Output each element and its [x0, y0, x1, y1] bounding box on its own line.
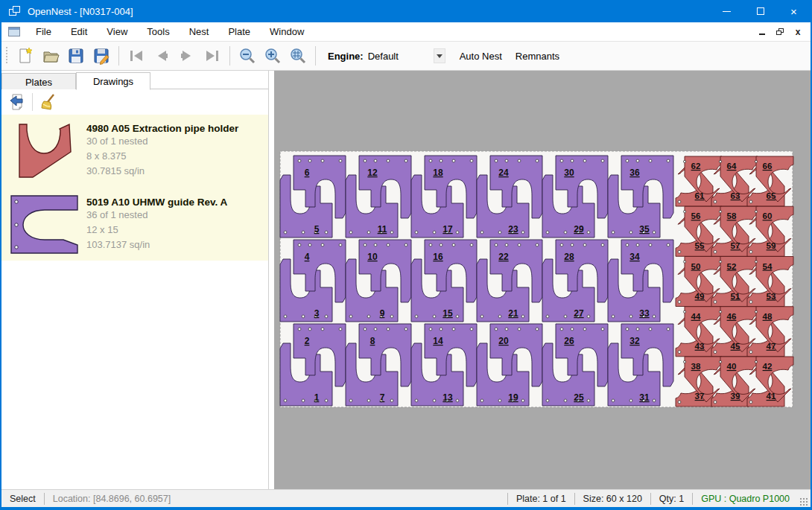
menu-nest[interactable]: Nest [180, 23, 219, 40]
open-folder-icon [42, 47, 60, 65]
zoom-fit-icon [289, 47, 307, 65]
status-qty: Qty: 1 [651, 494, 692, 504]
clear-drawings-button[interactable] [37, 92, 59, 112]
part-number: 7 [380, 392, 385, 403]
drawing-item[interactable]: 5019 A10 UHMW guide Rev. A 36 of 1 neste… [1, 188, 268, 261]
nest-canvas[interactable]: 6512111817242330293635431091615222128273… [269, 71, 811, 489]
maximize-button[interactable] [743, 0, 777, 22]
mdi-minimize-button[interactable] [755, 26, 769, 38]
previous-plate-button[interactable] [149, 45, 174, 67]
title-bar: OpenNest - [N0317-004] × [1, 0, 811, 22]
part-number: 36 [629, 168, 640, 178]
status-gpu: GPU : Quadro P1000 [693, 494, 798, 504]
open-button[interactable] [38, 45, 63, 67]
drawing-item[interactable]: 4980 A05 Extraction pipe holder 30 of 1 … [1, 115, 268, 188]
part-number: 5 [314, 224, 320, 235]
document-icon[interactable] [8, 27, 20, 36]
nav-first-icon [127, 47, 145, 65]
part-number: 14 [433, 336, 443, 346]
menu-view[interactable]: View [97, 23, 137, 40]
part-number: 45 [731, 342, 740, 351]
drawing-title: 4980 A05 Extraction pipe holder [86, 121, 238, 134]
menu-window[interactable]: Window [260, 23, 314, 40]
part-number: 56 [691, 211, 701, 220]
toolbar-separator [118, 46, 119, 66]
remnants-button[interactable]: Remnants [509, 46, 566, 66]
menu-plate[interactable]: Plate [218, 23, 260, 40]
part-number: 32 [629, 336, 640, 346]
menu-tools[interactable]: Tools [137, 23, 179, 40]
part-number: 42 [763, 362, 773, 371]
drawing-area: 103.7137 sq/in [86, 238, 227, 252]
part-number: 23 [508, 224, 518, 235]
menu-edit[interactable]: Edit [61, 23, 97, 40]
zoom-in-icon [264, 47, 282, 65]
nav-prev-icon [153, 47, 171, 65]
part-number: 37 [695, 392, 705, 401]
left-panel: Plates Drawings [1, 71, 269, 489]
mdi-restore-button[interactable] [773, 26, 787, 38]
zoom-fit-button[interactable] [285, 45, 311, 67]
part-number: 39 [731, 392, 740, 401]
status-location: Location: [84.8696, 60.6957] [45, 494, 179, 504]
part-number: 43 [695, 342, 705, 351]
part-number: 55 [695, 241, 705, 250]
part-number: 4 [305, 252, 310, 262]
minimize-button[interactable] [710, 0, 743, 22]
minimize-icon [723, 11, 731, 12]
toolbar-grip [5, 47, 8, 65]
toolbar-separator [229, 46, 230, 66]
part-number: 1 [314, 392, 320, 403]
part-number: 61 [695, 191, 705, 200]
first-plate-button[interactable] [124, 45, 149, 67]
part-number: 60 [763, 211, 773, 220]
zoom-in-button[interactable] [260, 45, 285, 67]
save-button[interactable] [63, 45, 89, 67]
toolbar-separator [315, 46, 316, 66]
part-number: 59 [767, 241, 776, 250]
part-number: 62 [691, 162, 701, 170]
engine-dropdown-button[interactable] [434, 48, 445, 63]
part-number: 19 [508, 392, 518, 403]
part-number: 27 [574, 308, 584, 319]
maximize-icon [757, 7, 764, 15]
new-file-button[interactable] [13, 45, 38, 67]
menu-file[interactable]: File [26, 23, 61, 40]
auto-nest-button[interactable]: Auto Nest [453, 46, 509, 66]
mdi-close-button[interactable]: x [791, 26, 805, 38]
save-as-button[interactable] [89, 45, 114, 67]
drawing-title: 5019 A10 UHMW guide Rev. A [86, 195, 227, 208]
part-number: 2 [305, 336, 310, 346]
status-mode: Select [1, 494, 44, 504]
tab-drawings[interactable]: Drawings [76, 72, 150, 90]
drawing-thumbnail [10, 121, 79, 182]
resize-grip[interactable] [799, 497, 808, 506]
part-number: 3 [314, 308, 320, 319]
part-number: 28 [564, 252, 574, 262]
part-number: 10 [367, 252, 378, 262]
tab-plates[interactable]: Plates [1, 73, 76, 89]
broom-icon [39, 93, 57, 111]
part-shape-red [19, 124, 71, 177]
import-drawing-icon [8, 93, 26, 111]
panel-tabs: Plates Drawings [1, 71, 268, 89]
status-plate: Plate: 1 of 1 [508, 494, 574, 504]
app-icon [9, 6, 21, 16]
new-file-icon [16, 47, 34, 65]
part-number: 34 [629, 252, 640, 262]
part-number: 57 [731, 241, 740, 250]
close-button[interactable]: × [777, 0, 811, 22]
nav-last-icon [203, 47, 221, 65]
zoom-out-button[interactable] [235, 45, 260, 67]
drawing-dimensions: 12 x 15 [86, 223, 227, 238]
last-plate-button[interactable] [200, 45, 225, 67]
engine-select[interactable]: Default [368, 51, 434, 62]
next-plate-button[interactable] [174, 45, 200, 67]
part-number: 33 [639, 308, 650, 319]
part-number: 17 [443, 224, 453, 235]
menu-bar: File Edit View Tools Nest Plate Window x [1, 22, 811, 42]
part-number: 41 [767, 392, 776, 401]
import-drawing-button[interactable] [6, 92, 28, 112]
part-number: 31 [639, 392, 650, 403]
part-number: 16 [433, 252, 443, 262]
